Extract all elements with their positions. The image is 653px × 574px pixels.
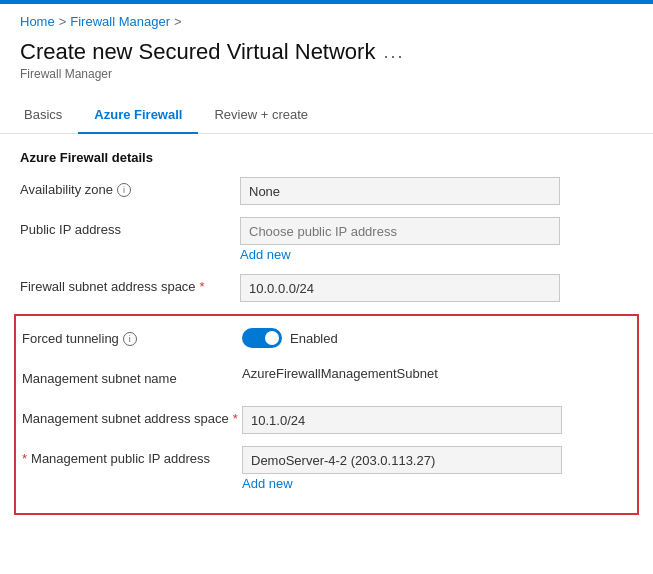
- mgmt-subnet-address-input[interactable]: [242, 406, 562, 434]
- mgmt-public-ip-row: * Management public IP address Add new: [22, 446, 631, 491]
- page-title: Create new Secured Virtual Network ...: [20, 39, 633, 65]
- breadcrumb-sep1: >: [59, 14, 67, 29]
- availability-zone-label: Availability zone i: [20, 177, 240, 197]
- public-ip-input[interactable]: [240, 217, 560, 245]
- page-header: Create new Secured Virtual Network ... F…: [0, 35, 653, 89]
- forced-tunneling-label-text: Forced tunneling: [22, 331, 119, 346]
- firewall-subnet-required: *: [200, 279, 205, 294]
- public-ip-value: Add new: [240, 217, 633, 262]
- mgmt-subnet-address-label-text: Management subnet address space: [22, 411, 229, 426]
- mgmt-public-ip-add-new[interactable]: Add new: [242, 476, 631, 491]
- forced-tunneling-row: Forced tunneling i Enabled: [22, 326, 631, 354]
- public-ip-label: Public IP address: [20, 217, 240, 237]
- breadcrumb: Home > Firewall Manager >: [0, 4, 653, 35]
- mgmt-subnet-name-value: AzureFirewallManagementSubnet: [242, 366, 631, 381]
- mgmt-subnet-name-text: AzureFirewallManagementSubnet: [242, 361, 438, 381]
- breadcrumb-firewall[interactable]: Firewall Manager: [70, 14, 170, 29]
- mgmt-public-ip-input[interactable]: [242, 446, 562, 474]
- mgmt-subnet-name-label: Management subnet name: [22, 366, 242, 386]
- public-ip-add-new[interactable]: Add new: [240, 247, 633, 262]
- firewall-subnet-label: Firewall subnet address space *: [20, 274, 240, 294]
- mgmt-subnet-address-required: *: [233, 411, 238, 426]
- forced-tunneling-label: Forced tunneling i: [22, 326, 242, 346]
- forced-tunneling-value: Enabled: [242, 326, 631, 348]
- firewall-subnet-input[interactable]: [240, 274, 560, 302]
- mgmt-subnet-address-row: Management subnet address space *: [22, 406, 631, 434]
- toggle-container: Enabled: [242, 326, 631, 348]
- public-ip-row: Public IP address Add new: [20, 217, 633, 262]
- availability-zone-info-icon[interactable]: i: [117, 183, 131, 197]
- availability-zone-label-text: Availability zone: [20, 182, 113, 197]
- page-title-text: Create new Secured Virtual Network: [20, 39, 375, 65]
- mgmt-subnet-name-label-text: Management subnet name: [22, 371, 177, 386]
- firewall-subnet-row: Firewall subnet address space *: [20, 274, 633, 302]
- availability-zone-value: [240, 177, 633, 205]
- tab-basics[interactable]: Basics: [20, 101, 78, 134]
- mgmt-subnet-name-row: Management subnet name AzureFirewallMana…: [22, 366, 631, 394]
- tabs: Basics Azure Firewall Review + create: [0, 89, 653, 134]
- mgmt-subnet-address-label: Management subnet address space *: [22, 406, 242, 426]
- more-options-icon[interactable]: ...: [383, 42, 404, 63]
- page-subtitle: Firewall Manager: [20, 67, 633, 81]
- forced-tunneling-toggle-label: Enabled: [290, 331, 338, 346]
- mgmt-public-ip-label-text: Management public IP address: [31, 451, 210, 466]
- forced-tunneling-info-icon[interactable]: i: [123, 332, 137, 346]
- forced-tunneling-toggle[interactable]: [242, 328, 282, 348]
- public-ip-label-text: Public IP address: [20, 222, 121, 237]
- breadcrumb-home[interactable]: Home: [20, 14, 55, 29]
- forced-tunneling-section: Forced tunneling i Enabled Management su…: [14, 314, 639, 515]
- availability-zone-row: Availability zone i: [20, 177, 633, 205]
- firewall-subnet-value: [240, 274, 633, 302]
- mgmt-public-ip-value: Add new: [242, 446, 631, 491]
- section-title: Azure Firewall details: [20, 150, 633, 165]
- mgmt-subnet-address-value: [242, 406, 631, 434]
- mgmt-public-ip-label: * Management public IP address: [22, 446, 242, 466]
- content-area: Azure Firewall details Availability zone…: [0, 134, 653, 535]
- mgmt-public-ip-required: *: [22, 451, 27, 466]
- tab-azure-firewall[interactable]: Azure Firewall: [78, 101, 198, 134]
- breadcrumb-sep2: >: [174, 14, 182, 29]
- availability-zone-input[interactable]: [240, 177, 560, 205]
- firewall-subnet-label-text: Firewall subnet address space: [20, 279, 196, 294]
- tab-review-create[interactable]: Review + create: [198, 101, 324, 134]
